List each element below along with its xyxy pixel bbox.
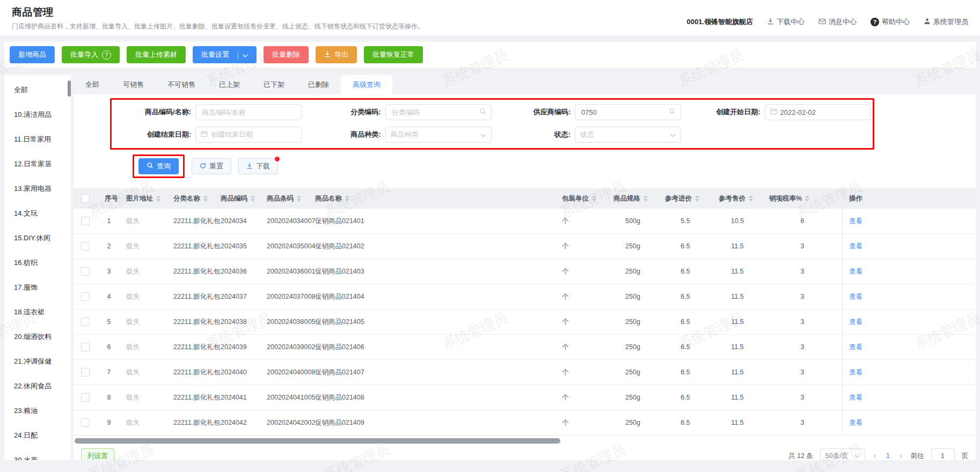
column-header-img[interactable]: 图片地址 [120,188,167,209]
sort-asc-icon [251,195,255,198]
sidebar-category-item[interactable]: 22.休闲食品 [4,374,71,399]
sidebar-category-item[interactable]: 15.DIY.休闲 [4,226,71,250]
help-center-link[interactable]: ? 帮助中心 [871,17,910,27]
column-header-category[interactable]: 分类名称 [167,188,214,209]
tab-6[interactable]: 已删除 [296,75,341,94]
sidebar-category-item[interactable]: 14.文玩 [4,201,71,226]
query-button[interactable]: 查询 [138,158,179,174]
current-page[interactable]: 1 [884,452,891,460]
sort-icon[interactable] [203,195,208,202]
sort-icon[interactable] [592,195,596,202]
column-header-purchase[interactable]: 参考进价 [659,188,712,209]
sort-icon[interactable] [345,195,349,202]
cell-code: 2024034 [214,209,260,233]
filter-date-create-start[interactable]: 2022-02-02 [765,104,871,120]
row-checkbox[interactable] [81,267,90,276]
reset-button[interactable]: 重置 [192,158,231,174]
batch-import-button[interactable]: 批量导入? [62,46,120,63]
filter-input-supplier-code[interactable] [580,108,665,117]
sidebar-category-item[interactable]: 24.日配 [4,423,71,448]
batch-upload-button[interactable]: 批量上传素材 [127,46,186,63]
tab-2[interactable]: 可销售 [111,75,156,94]
sort-icon[interactable] [297,195,301,202]
view-link[interactable]: 查看 [849,418,862,427]
column-header-spec[interactable]: 商品规格 [607,188,659,209]
tab-4[interactable]: 已上架 [207,75,252,94]
filter-date-create-end[interactable]: 创建结束日期 [195,127,302,143]
view-link[interactable]: 查看 [849,343,862,352]
sort-icon[interactable] [251,195,255,202]
sidebar-category-item[interactable]: 12.日常家居 [4,152,71,176]
sort-icon[interactable] [749,195,753,202]
message-center-link[interactable]: 消息中心 [818,17,857,27]
row-checkbox[interactable] [81,343,90,351]
filter-select-product-kind[interactable]: 商品种类 [385,127,492,143]
filter-text-code-name[interactable] [195,104,302,120]
sidebar-category-item[interactable]: 16.纺织 [4,250,71,275]
horizontal-scrollbar-thumb[interactable] [75,438,560,444]
column-header-unit[interactable]: 包装单位 [555,188,607,209]
column-header-barcode[interactable]: 商品条码 [260,188,309,209]
column-header-name[interactable]: 商品名称 [309,188,555,209]
store-name[interactable]: 0001.领锋智能旗舰店 [686,17,753,27]
view-link[interactable]: 查看 [849,393,862,402]
cell-seq: 3 [98,259,120,284]
sort-icon[interactable] [695,195,699,202]
row-checkbox[interactable] [81,242,90,250]
sidebar-category-item[interactable]: 10.清洁用品 [4,102,71,127]
row-checkbox[interactable] [81,393,90,402]
view-link[interactable]: 查看 [849,292,862,301]
column-settings-button[interactable]: 列设置 [81,448,114,460]
sidebar-category-item[interactable]: 21.冲调保健 [4,349,71,374]
filter-input-category-code[interactable] [391,108,476,117]
goto-page-input[interactable] [931,448,955,460]
next-page-button[interactable]: › [898,451,904,460]
view-link[interactable]: 查看 [849,267,862,276]
sidebar-scrollbar-thumb[interactable] [68,80,71,97]
filter-search-category-code[interactable] [385,104,492,120]
sidebar-category-item[interactable]: 全部 [4,78,71,102]
download-center-link[interactable]: 下载中心 [767,17,805,27]
sidebar-category-item[interactable]: 11.日常家用 [4,127,71,152]
download-button[interactable]: 下载 [238,158,278,174]
add-product-button[interactable]: 新增商品 [10,46,55,63]
sidebar-category-item[interactable]: 13.家用电器 [4,176,71,201]
tab-3[interactable]: 不可销售 [156,75,207,94]
column-header-tax[interactable]: 销项税率% [763,188,842,209]
sidebar-category-item[interactable]: 30.水产 [4,448,71,460]
batch-restore-button[interactable]: 批量恢复正常 [364,46,423,63]
row-checkbox[interactable] [81,318,90,326]
prev-page-button[interactable]: ‹ [872,451,877,460]
batch-set-dropdown-button[interactable]: 批量设置 [193,46,257,63]
batch-delete-button[interactable]: 批量删除 [264,46,309,63]
sort-icon[interactable] [643,195,648,202]
view-link[interactable]: 查看 [849,318,862,327]
sidebar-category-item[interactable]: 20.烟酒饮料 [4,324,71,349]
page-size-select[interactable]: 50条/页 [820,448,865,460]
sidebar-category-item[interactable]: 23.粮油 [4,399,71,423]
tab-1[interactable]: 全部 [74,75,111,94]
sort-icon[interactable] [805,195,809,202]
column-header-retail[interactable]: 参考售价 [712,188,763,209]
export-button[interactable]: 导出 [316,46,357,63]
current-user[interactable]: 系统管理员 [924,17,968,27]
search-icon [669,108,676,116]
select-all-checkbox[interactable] [81,194,90,203]
sidebar-category-item[interactable]: 17.服饰 [4,275,71,300]
view-link[interactable]: 查看 [849,217,862,226]
view-link[interactable]: 查看 [849,242,862,251]
sidebar-category-item[interactable]: 18.连衣裙 [4,300,71,324]
tab-7[interactable]: 高级查询 [341,75,392,94]
filter-select-status[interactable]: 状态 [575,127,681,143]
column-header-code[interactable]: 商品编码 [214,188,260,209]
view-link[interactable]: 查看 [849,368,862,377]
filter-search-supplier-code[interactable] [575,104,681,120]
tab-5[interactable]: 已下架 [252,75,296,94]
row-checkbox[interactable] [81,368,90,377]
sort-icon[interactable] [156,195,160,202]
row-checkbox[interactable] [81,217,90,225]
filter-input-code-name[interactable] [201,108,296,117]
cell-unit: 个 [555,234,607,259]
row-checkbox[interactable] [81,418,90,427]
row-checkbox[interactable] [81,292,90,301]
